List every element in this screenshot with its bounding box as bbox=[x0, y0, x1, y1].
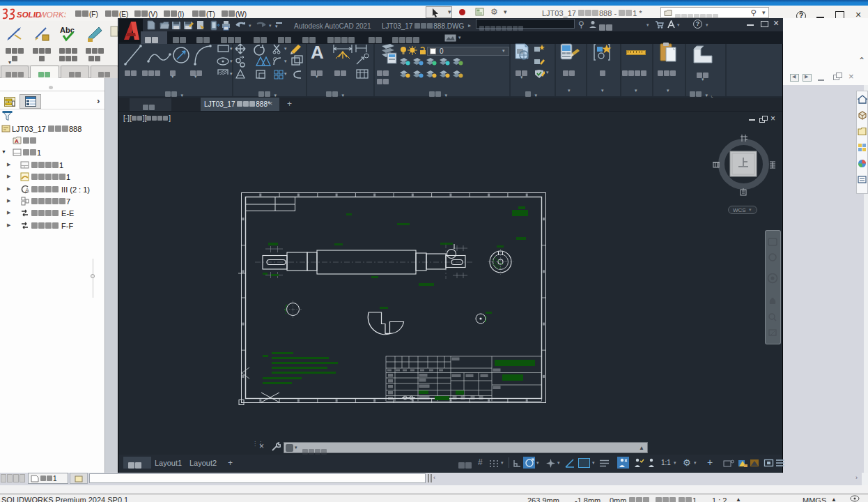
svg-text:A: A bbox=[25, 187, 29, 194]
svg-text:SOLID: SOLID bbox=[17, 10, 41, 19]
svg-text:WORKS: WORKS bbox=[39, 10, 65, 19]
svg-text:A: A bbox=[15, 138, 19, 144]
